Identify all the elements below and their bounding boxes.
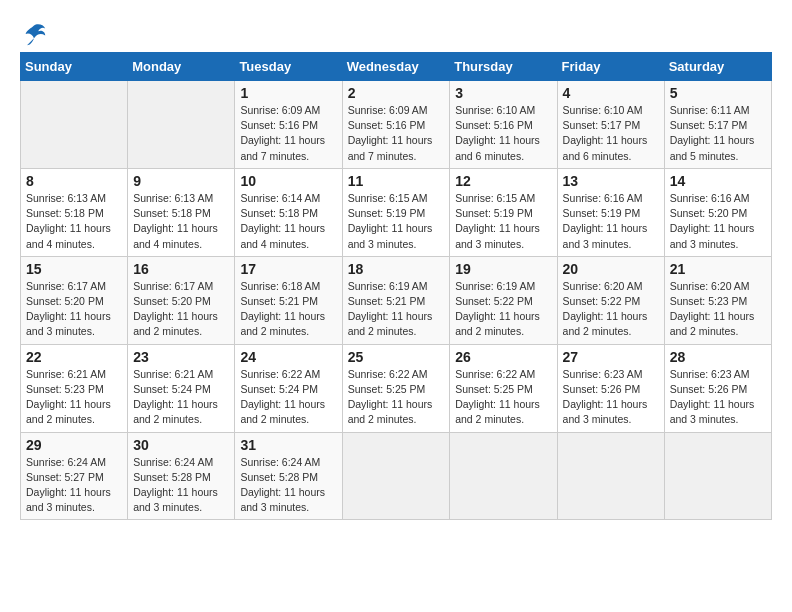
calendar-cell: 12 Sunrise: 6:15 AMSunset: 5:19 PMDaylig… — [450, 168, 557, 256]
calendar-cell — [21, 81, 128, 169]
day-number: 16 — [133, 261, 229, 277]
day-number: 25 — [348, 349, 445, 365]
calendar-cell: 30 Sunrise: 6:24 AMSunset: 5:28 PMDaylig… — [128, 432, 235, 520]
calendar-week-5: 29 Sunrise: 6:24 AMSunset: 5:27 PMDaylig… — [21, 432, 772, 520]
day-info: Sunrise: 6:23 AMSunset: 5:26 PMDaylight:… — [670, 367, 766, 428]
day-info: Sunrise: 6:22 AMSunset: 5:24 PMDaylight:… — [240, 367, 336, 428]
calendar-header: SundayMondayTuesdayWednesdayThursdayFrid… — [21, 53, 772, 81]
day-info: Sunrise: 6:17 AMSunset: 5:20 PMDaylight:… — [26, 279, 122, 340]
day-info: Sunrise: 6:13 AMSunset: 5:18 PMDaylight:… — [133, 191, 229, 252]
day-number: 18 — [348, 261, 445, 277]
day-info: Sunrise: 6:21 AMSunset: 5:24 PMDaylight:… — [133, 367, 229, 428]
day-number: 17 — [240, 261, 336, 277]
day-number: 23 — [133, 349, 229, 365]
calendar-week-1: 1 Sunrise: 6:09 AMSunset: 5:16 PMDayligh… — [21, 81, 772, 169]
calendar-cell: 20 Sunrise: 6:20 AMSunset: 5:22 PMDaylig… — [557, 256, 664, 344]
day-number: 30 — [133, 437, 229, 453]
calendar-cell: 19 Sunrise: 6:19 AMSunset: 5:22 PMDaylig… — [450, 256, 557, 344]
day-info: Sunrise: 6:16 AMSunset: 5:20 PMDaylight:… — [670, 191, 766, 252]
day-number: 3 — [455, 85, 551, 101]
calendar-cell: 8 Sunrise: 6:13 AMSunset: 5:18 PMDayligh… — [21, 168, 128, 256]
logo — [20, 20, 52, 48]
day-info: Sunrise: 6:16 AMSunset: 5:19 PMDaylight:… — [563, 191, 659, 252]
calendar-cell: 26 Sunrise: 6:22 AMSunset: 5:25 PMDaylig… — [450, 344, 557, 432]
calendar-table: SundayMondayTuesdayWednesdayThursdayFrid… — [20, 52, 772, 520]
day-info: Sunrise: 6:18 AMSunset: 5:21 PMDaylight:… — [240, 279, 336, 340]
calendar-cell: 24 Sunrise: 6:22 AMSunset: 5:24 PMDaylig… — [235, 344, 342, 432]
day-number: 27 — [563, 349, 659, 365]
day-info: Sunrise: 6:19 AMSunset: 5:22 PMDaylight:… — [455, 279, 551, 340]
calendar-cell: 10 Sunrise: 6:14 AMSunset: 5:18 PMDaylig… — [235, 168, 342, 256]
day-info: Sunrise: 6:24 AMSunset: 5:28 PMDaylight:… — [240, 455, 336, 516]
day-info: Sunrise: 6:14 AMSunset: 5:18 PMDaylight:… — [240, 191, 336, 252]
day-number: 29 — [26, 437, 122, 453]
calendar-cell: 14 Sunrise: 6:16 AMSunset: 5:20 PMDaylig… — [664, 168, 771, 256]
calendar-cell: 21 Sunrise: 6:20 AMSunset: 5:23 PMDaylig… — [664, 256, 771, 344]
calendar-cell: 16 Sunrise: 6:17 AMSunset: 5:20 PMDaylig… — [128, 256, 235, 344]
day-number: 11 — [348, 173, 445, 189]
calendar-cell — [128, 81, 235, 169]
day-number: 10 — [240, 173, 336, 189]
day-info: Sunrise: 6:22 AMSunset: 5:25 PMDaylight:… — [348, 367, 445, 428]
day-info: Sunrise: 6:15 AMSunset: 5:19 PMDaylight:… — [455, 191, 551, 252]
day-number: 4 — [563, 85, 659, 101]
calendar-cell — [664, 432, 771, 520]
day-info: Sunrise: 6:10 AMSunset: 5:17 PMDaylight:… — [563, 103, 659, 164]
day-number: 28 — [670, 349, 766, 365]
calendar-cell: 11 Sunrise: 6:15 AMSunset: 5:19 PMDaylig… — [342, 168, 450, 256]
calendar-cell — [342, 432, 450, 520]
day-info: Sunrise: 6:09 AMSunset: 5:16 PMDaylight:… — [348, 103, 445, 164]
header-wednesday: Wednesday — [342, 53, 450, 81]
day-info: Sunrise: 6:20 AMSunset: 5:23 PMDaylight:… — [670, 279, 766, 340]
day-info: Sunrise: 6:11 AMSunset: 5:17 PMDaylight:… — [670, 103, 766, 164]
day-info: Sunrise: 6:22 AMSunset: 5:25 PMDaylight:… — [455, 367, 551, 428]
calendar-cell: 28 Sunrise: 6:23 AMSunset: 5:26 PMDaylig… — [664, 344, 771, 432]
calendar-cell: 18 Sunrise: 6:19 AMSunset: 5:21 PMDaylig… — [342, 256, 450, 344]
calendar-cell — [557, 432, 664, 520]
calendar-cell: 9 Sunrise: 6:13 AMSunset: 5:18 PMDayligh… — [128, 168, 235, 256]
day-info: Sunrise: 6:15 AMSunset: 5:19 PMDaylight:… — [348, 191, 445, 252]
calendar-cell: 17 Sunrise: 6:18 AMSunset: 5:21 PMDaylig… — [235, 256, 342, 344]
calendar-cell — [450, 432, 557, 520]
calendar-cell: 1 Sunrise: 6:09 AMSunset: 5:16 PMDayligh… — [235, 81, 342, 169]
logo-icon — [20, 20, 48, 48]
header-row: SundayMondayTuesdayWednesdayThursdayFrid… — [21, 53, 772, 81]
calendar-cell: 31 Sunrise: 6:24 AMSunset: 5:28 PMDaylig… — [235, 432, 342, 520]
day-number: 1 — [240, 85, 336, 101]
header-sunday: Sunday — [21, 53, 128, 81]
day-number: 12 — [455, 173, 551, 189]
day-info: Sunrise: 6:13 AMSunset: 5:18 PMDaylight:… — [26, 191, 122, 252]
calendar-cell: 2 Sunrise: 6:09 AMSunset: 5:16 PMDayligh… — [342, 81, 450, 169]
calendar-week-3: 15 Sunrise: 6:17 AMSunset: 5:20 PMDaylig… — [21, 256, 772, 344]
calendar-cell: 15 Sunrise: 6:17 AMSunset: 5:20 PMDaylig… — [21, 256, 128, 344]
day-info: Sunrise: 6:20 AMSunset: 5:22 PMDaylight:… — [563, 279, 659, 340]
day-number: 9 — [133, 173, 229, 189]
calendar-cell: 5 Sunrise: 6:11 AMSunset: 5:17 PMDayligh… — [664, 81, 771, 169]
day-number: 14 — [670, 173, 766, 189]
day-info: Sunrise: 6:19 AMSunset: 5:21 PMDaylight:… — [348, 279, 445, 340]
day-number: 15 — [26, 261, 122, 277]
day-info: Sunrise: 6:23 AMSunset: 5:26 PMDaylight:… — [563, 367, 659, 428]
day-info: Sunrise: 6:24 AMSunset: 5:27 PMDaylight:… — [26, 455, 122, 516]
calendar-cell: 22 Sunrise: 6:21 AMSunset: 5:23 PMDaylig… — [21, 344, 128, 432]
calendar-week-2: 8 Sunrise: 6:13 AMSunset: 5:18 PMDayligh… — [21, 168, 772, 256]
calendar-cell: 13 Sunrise: 6:16 AMSunset: 5:19 PMDaylig… — [557, 168, 664, 256]
header-tuesday: Tuesday — [235, 53, 342, 81]
calendar-body: 1 Sunrise: 6:09 AMSunset: 5:16 PMDayligh… — [21, 81, 772, 520]
day-number: 26 — [455, 349, 551, 365]
day-info: Sunrise: 6:17 AMSunset: 5:20 PMDaylight:… — [133, 279, 229, 340]
day-info: Sunrise: 6:21 AMSunset: 5:23 PMDaylight:… — [26, 367, 122, 428]
day-number: 19 — [455, 261, 551, 277]
day-info: Sunrise: 6:10 AMSunset: 5:16 PMDaylight:… — [455, 103, 551, 164]
header-friday: Friday — [557, 53, 664, 81]
header-saturday: Saturday — [664, 53, 771, 81]
calendar-cell: 4 Sunrise: 6:10 AMSunset: 5:17 PMDayligh… — [557, 81, 664, 169]
header-monday: Monday — [128, 53, 235, 81]
day-number: 5 — [670, 85, 766, 101]
header-thursday: Thursday — [450, 53, 557, 81]
calendar-cell: 27 Sunrise: 6:23 AMSunset: 5:26 PMDaylig… — [557, 344, 664, 432]
calendar-week-4: 22 Sunrise: 6:21 AMSunset: 5:23 PMDaylig… — [21, 344, 772, 432]
page-header — [20, 20, 772, 48]
day-number: 8 — [26, 173, 122, 189]
day-number: 24 — [240, 349, 336, 365]
